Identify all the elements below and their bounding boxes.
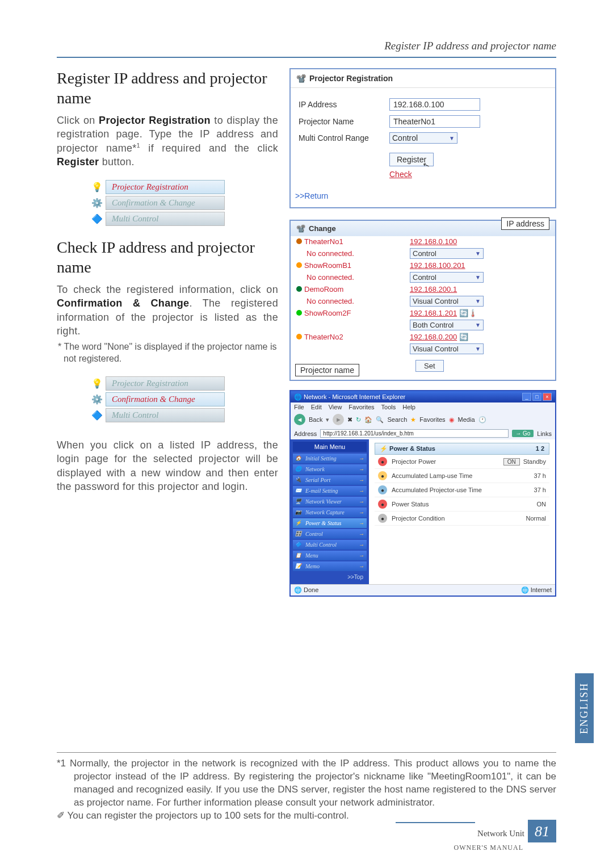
sidemenu-item[interactable]: 🌐Network→: [293, 464, 367, 474]
ip-address-input[interactable]: 192.168.0.100: [389, 98, 480, 111]
projector-name-row: ShowRoom2F192.168.1.201 🔄🌡️: [291, 308, 555, 318]
language-tab: ENGLISH: [575, 673, 594, 743]
media-icon[interactable]: ◉: [449, 416, 455, 423]
menu-tools[interactable]: Tools: [381, 404, 396, 410]
sidemenu-item[interactable]: 📷Network Capture→: [293, 508, 367, 517]
menu-projector-registration[interactable]: Projector Registration: [106, 180, 225, 194]
sidemenu-item[interactable]: 📝Memo→: [293, 561, 367, 571]
bold-confirmation-change: Confirmation & Change: [57, 297, 189, 309]
menu-projector-registration-2[interactable]: Projector Registration: [106, 376, 225, 391]
maximize-button[interactable]: □: [532, 393, 541, 401]
refresh-icon[interactable]: ↻: [356, 416, 361, 423]
projector-name-row: TheaterNo1192.168.0.100: [291, 236, 555, 247]
status-row: ●Projector ConditionNormal: [375, 511, 549, 526]
sidemenu-item[interactable]: 🎛️Control→: [293, 529, 367, 539]
control-select[interactable]: Visual Control▼: [410, 343, 484, 354]
ip-link[interactable]: 192.168.100.201: [410, 261, 465, 270]
refresh-icon[interactable]: 🔄: [459, 309, 468, 317]
projector-registration-dialog: 📽️Projector Registration IP Address192.1…: [289, 68, 556, 208]
refresh-icon[interactable]: 🔄: [459, 333, 468, 341]
sidemenu-header: Main Menu: [293, 442, 367, 452]
ie-browser-window: 🌐 Network - Microsoft Internet Explorer …: [289, 390, 556, 597]
browser-title-text: Network - Microsoft Internet Explorer: [304, 393, 405, 400]
forward-button[interactable]: ►: [333, 414, 344, 425]
ip-link[interactable]: 192.168.0.200: [410, 333, 457, 341]
ip-link[interactable]: 192.168.200.1: [410, 285, 457, 293]
top-link[interactable]: >>Top: [293, 572, 367, 582]
on-button[interactable]: ON: [503, 458, 520, 466]
ip-link[interactable]: 192.168.0.100: [410, 237, 457, 246]
footnotes: *1 Normally, the projector in the networ…: [57, 752, 556, 823]
header-rule: [57, 57, 556, 58]
multi-control-range-select[interactable]: Control▼: [389, 132, 457, 144]
menu-favorites[interactable]: Favorites: [349, 404, 374, 410]
sidemenu-item[interactable]: 🔌Serial Port→: [293, 475, 367, 485]
change-title-text: Change: [309, 224, 336, 233]
home-icon[interactable]: 🏠: [364, 416, 372, 423]
control-select[interactable]: Control▼: [410, 248, 484, 259]
search-icon[interactable]: 🔍: [376, 416, 384, 423]
dialog-title-text: Projector Registration: [309, 74, 393, 83]
multi-icon: 🔷: [91, 409, 103, 421]
minimize-button[interactable]: _: [522, 393, 531, 401]
projector-status-row: No connected.Visual Control▼: [291, 295, 555, 308]
check-link[interactable]: Check: [389, 170, 412, 179]
browser-main: ⚡ Power & Status1 2 ●Projector PowerONSt…: [369, 439, 555, 584]
footer-manual: OWNER'S MANUAL: [396, 844, 523, 852]
section3-para: When you click on a listed IP address, t…: [57, 438, 278, 493]
close-button[interactable]: ×: [543, 393, 552, 401]
page-nav[interactable]: 1 2: [536, 445, 544, 452]
control-select[interactable]: Both Control▼: [410, 320, 484, 330]
menu-file[interactable]: File: [294, 404, 304, 410]
internet-icon: 🌐: [521, 586, 529, 593]
section1-para: Click on Projector Registration to displ…: [57, 114, 278, 169]
menu-view[interactable]: View: [329, 404, 342, 410]
sidemenu-item[interactable]: ⚡Power & Status→: [293, 518, 367, 528]
status-row: ●Power StatusON: [375, 497, 549, 511]
links-label[interactable]: Links: [537, 430, 552, 437]
change-dialog: IP address 📽️Change TheaterNo1192.168.0.…: [289, 220, 556, 381]
projector-status-row: Visual Control▼: [291, 342, 555, 355]
page-number: 81: [528, 820, 556, 842]
register-button[interactable]: Register↖: [389, 153, 434, 166]
ie-icon: 🌐: [294, 393, 302, 400]
menu-help[interactable]: Help: [402, 404, 415, 410]
power-icon: ⚡: [380, 445, 388, 452]
chevron-down-icon: ▼: [449, 135, 455, 141]
set-button[interactable]: Set: [415, 360, 444, 372]
stop-icon[interactable]: ✖: [347, 416, 352, 423]
sidemenu-item[interactable]: 📋Menu→: [293, 551, 367, 560]
menu-confirmation-change[interactable]: Confirmation & Change: [106, 196, 225, 210]
status-row: ●Accumulated Projector-use Time37 h: [375, 483, 549, 497]
favorites-icon[interactable]: ★: [410, 416, 416, 423]
browser-sidemenu: Main Menu 🏠Initial Setting→🌐Network→🔌Ser…: [291, 439, 369, 584]
select-value: Control: [392, 133, 418, 142]
favorites-label: Favorites: [419, 416, 445, 423]
sidemenu-item[interactable]: 🏠Initial Setting→: [293, 454, 367, 463]
go-label: Go: [523, 430, 530, 437]
back-button[interactable]: ◄: [294, 414, 305, 425]
projector-name-input[interactable]: TheaterNo1: [389, 115, 480, 128]
menu-edit[interactable]: Edit: [311, 404, 322, 410]
ip-address-label: IP Address: [299, 100, 389, 109]
address-label: Address: [294, 430, 317, 437]
address-input[interactable]: http://192.168.1.201/us/index_b.htm: [320, 429, 509, 438]
history-icon[interactable]: 🕐: [478, 416, 486, 423]
section2-title: Check IP address and projector name: [57, 237, 278, 277]
menu-confirmation-change-2[interactable]: Confirmation & Change: [106, 392, 225, 406]
control-select[interactable]: Control▼: [410, 272, 484, 283]
menu-multi-control-2[interactable]: Multi Control: [106, 408, 225, 422]
projector-status-row: No connected.Control▼: [291, 271, 555, 284]
status-internet: Internet: [531, 586, 552, 593]
go-button[interactable]: → Go: [512, 430, 534, 437]
ip-link[interactable]: 192.168.1.201: [410, 309, 457, 317]
projector-icon: 📽️: [296, 224, 305, 233]
search-label: Search: [387, 416, 407, 423]
bulb-icon: 💡: [91, 377, 103, 389]
sidemenu-item[interactable]: 🔷Multi Control→: [293, 540, 367, 550]
control-select[interactable]: Visual Control▼: [410, 296, 484, 307]
sidemenu-item[interactable]: 🖥️Network Viewer→: [293, 497, 367, 506]
sidemenu-item[interactable]: ✉️E-mail Setting→: [293, 486, 367, 496]
return-link[interactable]: >>Return: [291, 184, 555, 207]
menu-multi-control[interactable]: Multi Control: [106, 212, 225, 226]
